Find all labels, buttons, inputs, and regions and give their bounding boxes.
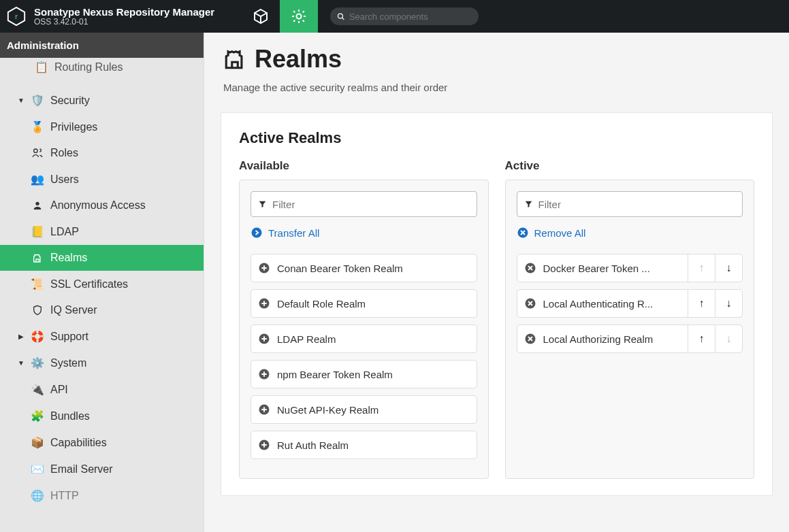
sidebar-item-label: Anonymous Access (50, 199, 146, 212)
users-icon (31, 148, 44, 159)
sidebar-item-label: API (50, 384, 68, 396)
sidebar-item-ldap[interactable]: 📒 LDAP (0, 218, 204, 245)
realms-card: Active Realms Available Transfer All (221, 112, 773, 496)
funnel-icon (524, 199, 533, 209)
sidebar-section-system[interactable]: ▼ ⚙️ System (0, 350, 204, 376)
puzzle-icon: 🧩 (31, 410, 44, 422)
sidebar-item-label: SSL Certificates (50, 278, 128, 290)
sidebar-item-label: IQ Server (50, 304, 97, 316)
browse-mode-button[interactable] (242, 0, 280, 33)
sidebar-item-iq-server[interactable]: IQ Server (0, 297, 204, 323)
cogs-icon: ⚙️ (31, 356, 44, 369)
active-list: Docker Bearer Token ...↑↓Local Authentic… (517, 254, 743, 353)
available-realm-row[interactable]: LDAP Realm (251, 325, 477, 353)
book-icon: 📒 (31, 225, 44, 238)
svg-line-4 (342, 17, 344, 19)
active-realm-label: Local Authorizing Realm (517, 333, 688, 345)
badge-icon: 🏅 (31, 120, 44, 133)
move-up-button[interactable]: ↑ (688, 325, 715, 353)
available-label: Available (239, 159, 489, 173)
active-realm-row[interactable]: Docker Bearer Token ...↑↓ (517, 254, 743, 282)
certificate-icon: 📜 (31, 278, 44, 290)
sidebar-item-users[interactable]: 👥 Users (0, 166, 204, 193)
active-filter-input[interactable] (538, 199, 735, 210)
sidebar-section-security[interactable]: ▼ 🛡️ Security (0, 87, 204, 114)
sidebar-item-label: Capabilities (50, 437, 107, 449)
sidebar: Administration 📋 Routing Rules ▼ 🛡️ Secu… (0, 33, 204, 532)
active-filter[interactable] (517, 191, 743, 217)
plus-circle-icon (258, 368, 270, 380)
available-column: Available Transfer All Conan Bearer Toke… (239, 159, 489, 479)
available-realm-label: Default Role Realm (251, 297, 477, 310)
sidebar-item-label: Privileges (50, 121, 97, 133)
sidebar-item-anonymous[interactable]: Anonymous Access (0, 193, 204, 218)
box-icon: 📦 (31, 436, 44, 449)
svg-point-2 (297, 14, 302, 19)
shield-badge-icon: 🛡️ (31, 94, 44, 107)
move-up-button[interactable]: ↑ (688, 289, 715, 318)
x-circle-icon (524, 297, 536, 310)
remove-all-button[interactable]: Remove All (517, 227, 743, 239)
x-circle-icon (517, 227, 529, 239)
sidebar-section-support[interactable]: ▶ 🛟 Support (0, 323, 204, 350)
card-title: Active Realms (239, 129, 754, 147)
active-label: Active (505, 159, 755, 173)
sidebar-item-routing-rules[interactable]: 📋 Routing Rules (0, 58, 204, 80)
sidebar-nav: 📋 Routing Rules ▼ 🛡️ Security 🏅 Privileg… (0, 58, 204, 532)
sidebar-item-realms[interactable]: Realms (0, 245, 204, 271)
remove-all-label: Remove All (534, 227, 586, 239)
sidebar-item-ssl[interactable]: 📜 SSL Certificates (0, 271, 204, 297)
active-column: Active Remove All Docker Bearer Token ..… (505, 159, 755, 479)
plus-circle-icon (258, 297, 270, 310)
castle-icon (223, 48, 246, 71)
move-down-button[interactable]: ↓ (715, 289, 742, 318)
plus-circle-icon (258, 439, 270, 451)
active-realm-row[interactable]: Local Authorizing Realm↑↓ (517, 325, 743, 353)
sidebar-item-privileges[interactable]: 🏅 Privileges (0, 114, 204, 140)
globe-icon: 🌐 (31, 489, 44, 502)
main-content: Realms Manage the active security realms… (204, 33, 789, 532)
sidebar-item-label: System (50, 357, 86, 369)
admin-mode-button[interactable] (280, 0, 318, 33)
svg-text:r: r (15, 13, 18, 20)
sidebar-item-email[interactable]: ✉️ Email Server (0, 456, 204, 482)
lifebuoy-icon: 🛟 (31, 330, 44, 343)
available-realm-label: NuGet API-Key Realm (251, 403, 477, 416)
active-realm-label: Local Authenticating R... (517, 297, 688, 310)
svg-point-5 (35, 202, 39, 205)
sidebar-item-api[interactable]: 🔌 API (0, 376, 204, 403)
brand-title: Sonatype Nexus Repository Manager (34, 6, 214, 18)
sidebar-item-http[interactable]: 🌐 HTTP (0, 482, 204, 509)
caret-down-icon: ▼ (18, 359, 25, 367)
sidebar-item-label: Routing Rules (54, 61, 123, 73)
available-realm-row[interactable]: npm Bearer Token Realm (251, 360, 477, 388)
available-realm-label: Conan Bearer Token Realm (251, 262, 477, 274)
available-realm-row[interactable]: Rut Auth Realm (251, 431, 477, 459)
cube-icon (253, 8, 269, 24)
available-realm-row[interactable]: NuGet API-Key Realm (251, 395, 477, 424)
active-realm-label: Docker Bearer Token ... (517, 262, 688, 274)
sidebar-item-bundles[interactable]: 🧩 Bundles (0, 403, 204, 429)
search-input[interactable] (349, 12, 472, 22)
available-filter[interactable] (251, 191, 477, 217)
available-realm-label: npm Bearer Token Realm (251, 368, 477, 380)
sidebar-item-label: Roles (50, 147, 78, 159)
hexagon-logo-icon: r (6, 6, 27, 27)
available-list: Conan Bearer Token RealmDefault Role Rea… (251, 254, 477, 459)
sidebar-item-roles[interactable]: Roles (0, 140, 204, 166)
move-up-button: ↑ (688, 254, 715, 282)
transfer-all-button[interactable]: Transfer All (251, 227, 477, 239)
available-realm-label: LDAP Realm (251, 333, 477, 345)
move-down-button[interactable]: ↓ (715, 254, 742, 282)
available-realm-row[interactable]: Default Role Realm (251, 289, 477, 318)
active-realm-row[interactable]: Local Authenticating R...↑↓ (517, 289, 743, 318)
sidebar-item-capabilities[interactable]: 📦 Capabilities (0, 429, 204, 456)
x-circle-icon (524, 262, 536, 274)
plus-circle-icon (258, 262, 270, 274)
search-box[interactable] (330, 7, 479, 25)
move-down-button: ↓ (715, 325, 742, 353)
page-title: Realms (255, 45, 342, 73)
shield-icon (31, 305, 44, 316)
available-filter-input[interactable] (272, 199, 469, 210)
available-realm-row[interactable]: Conan Bearer Token Realm (251, 254, 477, 282)
